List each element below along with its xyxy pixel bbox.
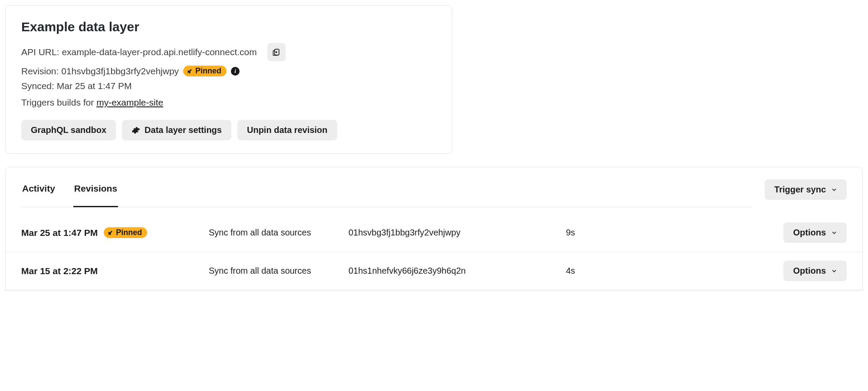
data-layer-settings-button[interactable]: Data layer settings: [122, 120, 231, 140]
clipboard-icon: [272, 48, 281, 56]
revision-duration: 4s: [540, 266, 575, 276]
revision-id: 01hs1nhefvky66j6ze3y9h6q2n: [349, 266, 535, 276]
revision-options-cell: Options: [783, 261, 847, 281]
unpin-revision-button[interactable]: Unpin data revision: [237, 120, 337, 140]
revision-value: 01hsvbg3fj1bbg3rfy2vehjwpy: [61, 66, 179, 76]
revision-label: Revision:: [21, 66, 59, 76]
pin-icon: [107, 230, 113, 236]
trigger-sync-label: Trigger sync: [774, 185, 826, 195]
table-row: Mar 25 at 1:47 PM Pinned Sync from all d…: [6, 208, 862, 252]
revisions-panel: Activity Revisions Trigger sync Mar 25 a…: [5, 167, 863, 291]
data-layer-card: Example data layer API URL: example-data…: [5, 5, 452, 154]
triggers-line: Triggers builds for my-example-site: [21, 97, 436, 108]
settings-button-label: Data layer settings: [145, 125, 222, 135]
revision-time: Mar 15 at 2:22 PM: [21, 266, 98, 276]
triggers-prefix: Triggers builds for: [21, 97, 94, 107]
revision-time: Mar 25 at 1:47 PM: [21, 228, 98, 238]
pinned-badge-label: Pinned: [195, 66, 221, 76]
gear-icon: [132, 126, 140, 135]
revision-source: Sync from all data sources: [209, 266, 343, 276]
table-row: Mar 15 at 2:22 PM Sync from all data sou…: [6, 252, 862, 290]
revision-line: Revision: 01hsvbg3fj1bbg3rfy2vehjwpy Pin…: [21, 66, 436, 76]
revision-options-button[interactable]: Options: [783, 261, 847, 281]
tab-activity[interactable]: Activity: [21, 180, 56, 207]
api-url-value: example-data-layer-prod.api.netlify-conn…: [62, 47, 256, 57]
chevron-down-icon: [831, 230, 837, 236]
tab-revisions[interactable]: Revisions: [73, 180, 118, 207]
data-layer-title: Example data layer: [21, 20, 436, 34]
revisions-rows: Mar 25 at 1:47 PM Pinned Sync from all d…: [6, 208, 862, 290]
revision-source: Sync from all data sources: [209, 228, 343, 238]
pinned-badge: Pinned: [183, 66, 227, 76]
revision-options-button[interactable]: Options: [783, 222, 847, 243]
info-icon[interactable]: i: [231, 67, 240, 76]
tabs: Activity Revisions: [21, 180, 752, 207]
pinned-badge: Pinned: [104, 227, 147, 238]
revision-duration: 9s: [540, 228, 575, 238]
action-buttons: GraphQL sandbox Data layer settings Unpi…: [21, 120, 436, 140]
synced-label: Synced:: [21, 81, 54, 91]
api-url-label: API URL:: [21, 47, 59, 57]
trigger-sync-button[interactable]: Trigger sync: [765, 179, 847, 200]
triggers-site-link[interactable]: my-example-site: [96, 97, 163, 107]
options-label: Options: [793, 228, 826, 238]
pinned-badge-label: Pinned: [116, 228, 142, 237]
copy-api-url-button[interactable]: [267, 43, 286, 61]
graphql-sandbox-button[interactable]: GraphQL sandbox: [21, 120, 116, 140]
options-label: Options: [793, 266, 826, 276]
revision-id: 01hsvbg3fj1bbg3rfy2vehjwpy: [349, 228, 535, 238]
api-url-line: API URL: example-data-layer-prod.api.net…: [21, 43, 436, 61]
revision-time-cell: Mar 25 at 1:47 PM Pinned: [21, 227, 204, 238]
revision-options-cell: Options: [783, 222, 847, 243]
pin-icon: [187, 68, 193, 74]
synced-value: Mar 25 at 1:47 PM: [57, 81, 132, 91]
synced-line: Synced: Mar 25 at 1:47 PM: [21, 81, 436, 91]
panel-header: Activity Revisions Trigger sync: [6, 167, 862, 208]
chevron-down-icon: [831, 268, 837, 274]
chevron-down-icon: [831, 187, 837, 193]
revision-time-cell: Mar 15 at 2:22 PM: [21, 266, 204, 276]
